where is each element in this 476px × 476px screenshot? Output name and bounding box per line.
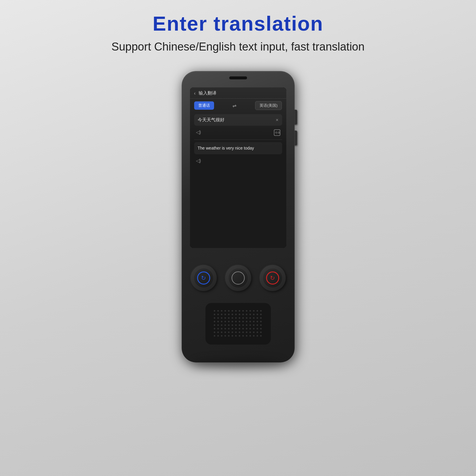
speaker-dot bbox=[221, 332, 222, 333]
speaker-dot bbox=[232, 335, 233, 337]
white-ring bbox=[232, 271, 245, 285]
speaker-grille bbox=[205, 303, 271, 345]
speaker-dot bbox=[249, 328, 251, 329]
screen-header: ‹ 输入翻译 bbox=[190, 87, 286, 99]
speaker-dot bbox=[214, 314, 215, 315]
speaker-dot bbox=[221, 317, 222, 319]
speaker-dot bbox=[246, 321, 247, 322]
center-button[interactable] bbox=[225, 265, 251, 291]
back-arrow-icon[interactable]: ‹ bbox=[194, 91, 196, 96]
speaker-dot bbox=[221, 314, 222, 315]
speaker-dot bbox=[228, 328, 230, 329]
speaker-dot bbox=[260, 335, 262, 337]
source-speaker-icon[interactable]: ◁) bbox=[196, 129, 201, 137]
translate-button-icon[interactable]: 中A bbox=[274, 129, 280, 137]
speaker-dot bbox=[224, 332, 226, 333]
speaker-dot bbox=[235, 321, 237, 322]
speaker-dot bbox=[257, 328, 258, 329]
speaker-dot bbox=[260, 324, 262, 326]
speaker-dot bbox=[253, 328, 255, 329]
speaker-dot bbox=[246, 328, 247, 329]
speaker-dot bbox=[239, 324, 240, 326]
speaker-dot bbox=[224, 314, 226, 315]
speaker-dot bbox=[217, 321, 219, 322]
speaker-dot bbox=[260, 317, 262, 319]
speaker-dot bbox=[224, 328, 226, 329]
speaker-dot bbox=[246, 335, 247, 337]
speaker-dot bbox=[257, 332, 258, 333]
speaker-dot bbox=[260, 310, 262, 312]
speaker-dot bbox=[242, 332, 244, 333]
speaker-dot bbox=[217, 324, 219, 326]
swap-languages-icon[interactable]: ⇌ bbox=[232, 103, 236, 109]
speaker-dot bbox=[257, 310, 258, 312]
speaker-dot bbox=[249, 314, 251, 315]
clear-input-icon[interactable]: × bbox=[276, 117, 278, 123]
speaker-dot bbox=[221, 324, 222, 326]
speaker-dot bbox=[253, 335, 255, 337]
speaker-dot bbox=[249, 317, 251, 319]
divider bbox=[194, 139, 282, 140]
red-ring: ↻ bbox=[266, 271, 279, 285]
left-button[interactable]: ↻ bbox=[191, 265, 217, 291]
right-side-button-1[interactable] bbox=[294, 110, 297, 125]
right-button-inner: ↻ bbox=[263, 268, 282, 288]
speaker-dot bbox=[246, 317, 247, 319]
speaker-dot bbox=[232, 317, 233, 319]
speaker-dot bbox=[217, 317, 219, 319]
speaker-dot bbox=[228, 324, 230, 326]
speaker-dot bbox=[257, 317, 258, 319]
speaker-dot bbox=[242, 310, 244, 312]
page-title: Enter translation bbox=[153, 12, 323, 35]
speaker-dot bbox=[224, 324, 226, 326]
speaker-dot bbox=[228, 314, 230, 315]
speaker-dot bbox=[232, 314, 233, 315]
speaker-dot bbox=[235, 335, 237, 337]
language-selector-row: 普通话 ⇌ 英语(美国) bbox=[190, 99, 286, 112]
speaker-dot bbox=[246, 310, 247, 312]
speaker-dot bbox=[249, 310, 251, 312]
speaker-dot bbox=[217, 328, 219, 329]
device: ‹ 输入翻译 普通话 ⇌ 英语(美国) 今天天气很好 × ◁) bbox=[182, 71, 295, 362]
speaker-dot bbox=[224, 335, 226, 337]
speaker-dot bbox=[224, 321, 226, 322]
target-speaker-icon[interactable]: ◁) bbox=[196, 158, 201, 163]
speaker-dot bbox=[253, 317, 255, 319]
blue-ring: ↻ bbox=[197, 271, 210, 285]
speaker-dot bbox=[249, 324, 251, 326]
source-controls: ◁) 中A bbox=[190, 128, 286, 139]
speaker-dot bbox=[221, 328, 222, 329]
right-side-button-2[interactable] bbox=[294, 131, 297, 145]
speaker-dot bbox=[232, 332, 233, 333]
target-controls: ◁) bbox=[190, 156, 286, 165]
speaker-dot bbox=[221, 321, 222, 322]
speaker-dot bbox=[228, 317, 230, 319]
speaker-dot bbox=[239, 314, 240, 315]
page-subtitle: Support Chinese/English text input, fast… bbox=[111, 40, 365, 53]
speaker-dot bbox=[260, 314, 262, 315]
speaker-dot bbox=[253, 314, 255, 315]
speaker-dot bbox=[239, 328, 240, 329]
target-lang-button[interactable]: 英语(美国) bbox=[255, 101, 282, 110]
speaker-dot bbox=[257, 324, 258, 326]
speaker-dot bbox=[239, 317, 240, 319]
speaker-dot bbox=[257, 335, 258, 337]
speaker-dot bbox=[242, 324, 244, 326]
input-chinese-text: 今天天气很好 bbox=[198, 117, 224, 123]
speaker-dot bbox=[214, 321, 215, 322]
speaker-dot bbox=[249, 321, 251, 322]
speaker-dot bbox=[235, 317, 237, 319]
bottom-buttons-area: ↻ ↻ bbox=[191, 265, 286, 291]
speaker-dot bbox=[260, 328, 262, 329]
screen-ui: ‹ 输入翻译 普通话 ⇌ 英语(美国) 今天天气很好 × ◁) bbox=[190, 87, 286, 248]
speaker-dot bbox=[221, 335, 222, 337]
speaker-dot bbox=[257, 321, 258, 322]
source-lang-button[interactable]: 普通话 bbox=[194, 101, 214, 110]
speaker-dot bbox=[217, 332, 219, 333]
blue-refresh-icon: ↻ bbox=[201, 274, 206, 282]
speaker-dot bbox=[228, 335, 230, 337]
speaker-dot bbox=[214, 335, 215, 337]
right-button[interactable]: ↻ bbox=[260, 265, 286, 291]
device-screen: ‹ 输入翻译 普通话 ⇌ 英语(美国) 今天天气很好 × ◁) bbox=[190, 87, 286, 248]
speaker-dot bbox=[253, 310, 255, 312]
